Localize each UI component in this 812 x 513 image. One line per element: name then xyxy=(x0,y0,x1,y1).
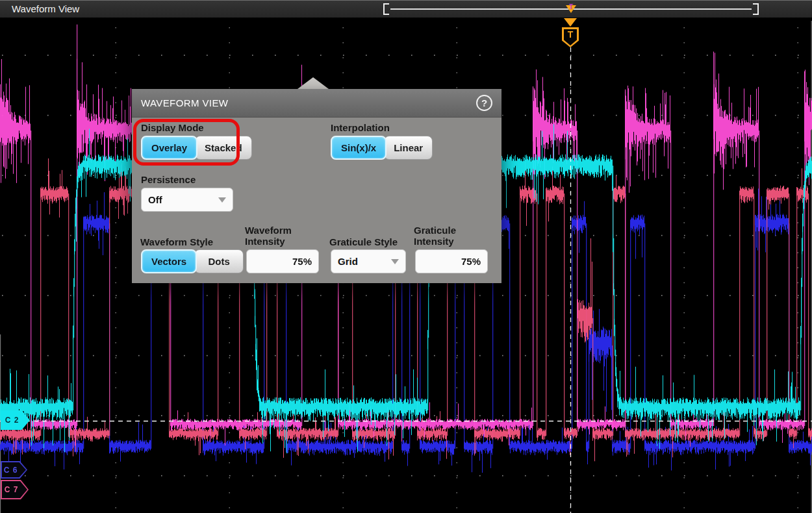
chevron-down-icon xyxy=(218,197,226,203)
sinx-button[interactable]: Sin(x)/x xyxy=(331,136,387,160)
trigger-flag-icon: T xyxy=(562,27,579,47)
title-bar: Waveform View T xyxy=(0,0,812,18)
waveform-intensity-field[interactable] xyxy=(246,249,319,273)
display-mode-toggle: Overlay Stacked xyxy=(141,136,252,160)
dialog-title: WAVEFORM VIEW xyxy=(141,97,228,108)
minimap-trigger-marker[interactable]: T xyxy=(566,4,576,14)
dialog-pointer-arrow xyxy=(298,77,329,89)
stacked-button[interactable]: Stacked xyxy=(195,136,252,160)
graticule-style-dropdown[interactable]: Grid xyxy=(331,249,406,273)
trigger-triangle-icon xyxy=(564,18,577,27)
persistence-dropdown[interactable]: Off xyxy=(141,188,233,212)
display-mode-label: Display Mode xyxy=(141,122,204,133)
graticule-style-value: Grid xyxy=(338,256,358,267)
interpolation-label: Interpolation xyxy=(331,122,390,133)
help-button[interactable]: ? xyxy=(476,95,492,111)
graticule-intensity-label: Graticule Intensity xyxy=(414,225,476,247)
horizontal-overview-slider[interactable]: T xyxy=(383,3,759,15)
channel-badge-label: C 2 xyxy=(1,410,23,430)
trigger-marker-label: T xyxy=(566,4,576,10)
interpolation-toggle: Sin(x)/x Linear xyxy=(331,136,433,160)
slider-right-bracket xyxy=(753,3,759,15)
graticule-intensity-field[interactable] xyxy=(415,249,488,273)
overlay-button[interactable]: Overlay xyxy=(141,136,197,160)
linear-button[interactable]: Linear xyxy=(384,136,433,160)
slider-left-bracket xyxy=(383,3,389,15)
waveform-style-toggle: Vectors Dots xyxy=(141,249,244,273)
channel-badge-label: C 7 xyxy=(1,480,22,499)
channel-badge-c2[interactable]: C 2 xyxy=(1,410,30,430)
chevron-down-icon xyxy=(391,259,399,264)
trigger-flag-label: T xyxy=(562,29,579,40)
trigger-position-flag[interactable]: T xyxy=(562,18,579,47)
persistence-label: Persistence xyxy=(141,174,196,185)
channel-badge-label: C 6 xyxy=(1,461,21,479)
dots-button[interactable]: Dots xyxy=(194,249,244,273)
waveform-view-dialog: WAVEFORM VIEW ? Display Mode Overlay Sta… xyxy=(132,89,501,283)
persistence-value: Off xyxy=(148,194,162,205)
vectors-button[interactable]: Vectors xyxy=(141,249,197,273)
view-title: Waveform View xyxy=(12,3,79,14)
graticule-style-label: Graticule Style xyxy=(329,236,398,247)
waveform-intensity-label: Waveform Intensity xyxy=(245,225,307,247)
dialog-header[interactable]: WAVEFORM VIEW ? xyxy=(132,89,501,118)
waveform-style-label: Waveform Style xyxy=(140,236,213,247)
oscilloscope-screen: Waveform View T T C 2 C 6 C 7 xyxy=(0,0,812,513)
channel-badge-c6[interactable]: C 6 xyxy=(1,461,27,479)
channel-badge-c7[interactable]: C 7 xyxy=(1,480,29,499)
